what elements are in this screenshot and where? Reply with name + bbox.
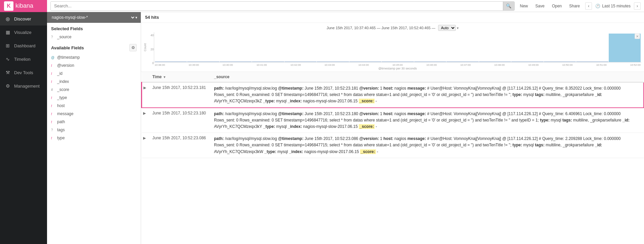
field-type-tags: ? [51, 128, 55, 132]
time-range-label: Last 15 minutes [602, 4, 631, 8]
results-table: Time ▾ _source ▶ June 15th 2017, 10:52:2… [141, 72, 644, 158]
index-dropdown[interactable]: nagios-mysql-slow-* [50, 15, 135, 20]
collapse-chart-button[interactable]: ✕ [635, 34, 640, 39]
sidebar-item-visualize[interactable]: ▦ Visualize [0, 26, 47, 39]
source-cell-2: path: /var/log/mysql/mysql.slow.log @tim… [210, 108, 644, 133]
auto-select[interactable]: Auto ▾ [438, 25, 459, 31]
field-type-timestamp: @ [51, 56, 55, 59]
bar-8[interactable] [382, 61, 414, 62]
time-range-display[interactable]: 🕐 Last 15 minutes [595, 4, 631, 8]
search-input[interactable] [51, 2, 503, 10]
x-label-7: 10:44:00 [358, 63, 369, 66]
field-item-timestamp[interactable]: @ @timestamp [47, 53, 141, 61]
bar-4[interactable] [252, 61, 284, 62]
field-type-index: t [51, 80, 55, 84]
x-label-2: 10:39:00 [188, 63, 199, 66]
field-sidebar: nagios-mysql-slow-* ▾ Selected Fields ? … [47, 12, 141, 244]
compass-icon: ◎ [5, 16, 11, 21]
sidebar-item-devtools[interactable]: ⚒ Dev Tools [0, 66, 47, 79]
bar-7[interactable] [349, 61, 381, 62]
sidebar-label-management: Management [14, 84, 40, 89]
field-name-tags: tags [57, 128, 65, 132]
field-type-version: t [51, 64, 55, 67]
field-item-tags[interactable]: ? tags [47, 126, 141, 134]
x-label-5: 10:42:00 [291, 63, 301, 66]
bar-chart-icon: ▦ [5, 30, 11, 35]
sidebar-item-discover[interactable]: ◎ Discover [0, 12, 47, 26]
field-item-index[interactable]: t _index [47, 78, 141, 86]
bar-1[interactable] [155, 61, 187, 62]
field-item-version[interactable]: t @version [47, 61, 141, 69]
expand-row-2-button[interactable]: ▶ [143, 111, 146, 115]
prev-time-button[interactable]: ‹ [585, 2, 592, 10]
sidebar-item-dashboard[interactable]: ⊞ Dashboard [0, 39, 47, 52]
x-label-15: 10:52:00 [630, 63, 641, 66]
bar-12[interactable] [511, 61, 543, 62]
field-item-source[interactable]: ? _source [47, 33, 141, 41]
expand-row-1-button[interactable]: ▶ [143, 86, 146, 90]
expand-row-3-button[interactable]: ▶ [143, 136, 146, 140]
next-time-button[interactable]: › [634, 2, 641, 10]
bar-13[interactable] [544, 61, 576, 62]
x-label-8: 10:45:00 [392, 63, 403, 66]
bar-3[interactable] [220, 61, 252, 62]
results-area: Time ▾ _source ▶ June 15th 2017, 10:52:2… [141, 72, 644, 244]
kibana-logo-text: kibana [15, 2, 33, 9]
available-fields-section: Available Fields ⚙ @ @timestamp t @versi… [47, 41, 141, 142]
date-range-label: June 15th 2017, 10:37:40.465 — June 15th… [327, 26, 435, 30]
source-cell-3: path: /var/log/mysql/mysql.slow.log @tim… [210, 133, 644, 158]
open-button[interactable]: Open [550, 2, 564, 10]
search-button[interactable]: 🔍 [503, 2, 514, 10]
kibana-logo-k: K [4, 1, 13, 11]
x-axis-title: @timestamp per 30 seconds [154, 67, 641, 70]
index-selector[interactable]: nagios-mysql-slow-* ▾ [47, 12, 141, 23]
bar-5[interactable] [285, 61, 316, 62]
time-col-label: Time [153, 75, 162, 79]
auto-chevron-icon: ▾ [457, 26, 459, 30]
bar-6[interactable] [317, 61, 349, 62]
sidebar-label-dashboard: Dashboard [14, 43, 36, 48]
table-row: ▶ June 15th 2017, 10:52:23.086 path: /va… [142, 133, 644, 158]
field-item-score[interactable]: # _score [47, 86, 141, 94]
main-content: 54 hits June 15th 2017, 10:37:40.465 — J… [141, 12, 644, 244]
field-item-message[interactable]: t message [47, 110, 141, 118]
bar-14[interactable] [576, 61, 608, 62]
x-label-14: 10:51:00 [596, 63, 607, 66]
x-label-10: 10:47:00 [460, 63, 471, 66]
settings-icon-btn[interactable]: ⚙ [129, 44, 137, 51]
time-col-header[interactable]: Time ▾ [148, 72, 210, 82]
bar-10[interactable] [446, 61, 478, 62]
field-item-id[interactable]: t _id [47, 69, 141, 78]
field-type-source: ? [51, 35, 55, 39]
bar-11[interactable] [479, 61, 511, 62]
field-name-index: _index [57, 79, 69, 84]
sidebar-nav: ◎ Discover ▦ Visualize ⊞ Dashboard ∿ Tim… [0, 12, 47, 244]
bar-9[interactable] [414, 61, 446, 62]
table-row: ▶ June 15th 2017, 10:52:23.180 path: /va… [142, 108, 644, 133]
field-item-host[interactable]: t host [47, 102, 141, 110]
new-button[interactable]: New [518, 2, 530, 10]
sidebar-item-timelion[interactable]: ∿ Timelion [0, 52, 47, 66]
field-item-type[interactable]: t _type [47, 94, 141, 102]
auto-dropdown[interactable]: Auto [438, 25, 456, 31]
share-button[interactable]: Share [567, 2, 582, 10]
bar-2[interactable] [187, 61, 219, 62]
field-type-message: t [51, 112, 55, 116]
field-item-path[interactable]: t path [47, 118, 141, 126]
field-name-type2: type [57, 136, 65, 140]
field-name-score: _score [57, 87, 69, 92]
field-name-source: _source [57, 35, 72, 39]
x-label-4: 10:41:00 [256, 63, 267, 66]
x-label-9: 10:46:00 [426, 63, 437, 66]
y-label-0: 0 [144, 61, 154, 65]
sidebar-label-visualize: Visualize [14, 30, 32, 35]
sidebar-item-management[interactable]: ⚙ Management [0, 79, 47, 93]
search-bar[interactable]: 🔍 [50, 1, 515, 11]
x-label-11: 10:48:00 [494, 63, 505, 66]
x-label-6: 10:43:00 [325, 63, 335, 66]
clock-icon: 🕐 [595, 4, 600, 8]
save-button[interactable]: Save [533, 2, 547, 10]
grid-icon: ⊞ [5, 43, 11, 48]
field-item-type2[interactable]: t type [47, 134, 141, 142]
field-type-host: t [51, 104, 55, 108]
